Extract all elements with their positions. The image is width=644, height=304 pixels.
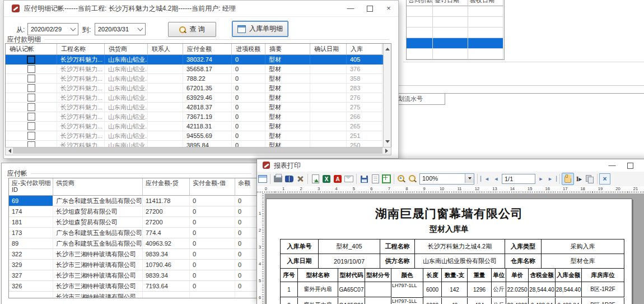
- table-row[interactable]: 322 长沙市三湘特种玻璃有限公司 9839.34 0 0: [9, 249, 284, 260]
- document-icon[interactable]: [370, 174, 380, 184]
- pdf-export-icon[interactable]: A: [333, 174, 343, 184]
- first-page-button[interactable]: ◄: [479, 176, 491, 182]
- contract-table-row[interactable]: [407, 27, 504, 38]
- supplier-cell: 长沙坦森贸易有限公司: [53, 206, 143, 217]
- column-header[interactable]: 入库: [347, 44, 382, 55]
- table-row[interactable]: 327 长沙市三湘特种玻璃有限公司 9839.34 0 0: [9, 270, 284, 281]
- page-number-input[interactable]: 1/1: [502, 174, 535, 184]
- table-row[interactable]: 长沙万科魅力... 山东南山铝业... 35658.17 0 型材 376: [6, 65, 391, 74]
- scroll-down-icon[interactable]: [385, 140, 390, 145]
- column-header[interactable]: 供货商: [53, 178, 143, 196]
- contract-table-row[interactable]: [407, 6, 504, 17]
- column-header[interactable]: 供货商: [105, 44, 148, 55]
- book-icon[interactable]: [284, 174, 294, 184]
- tools-icon[interactable]: [295, 174, 305, 184]
- column-header[interactable]: 进项税额: [232, 44, 265, 55]
- table-row[interactable]: 174 长沙坦森贸易有限公司 27200 0 0: [9, 206, 284, 217]
- contract-table-row[interactable]: [407, 38, 504, 49]
- print-icon[interactable]: [273, 174, 283, 184]
- hand-tool-button[interactable]: [562, 173, 574, 185]
- mail-icon[interactable]: [344, 174, 354, 184]
- table-row[interactable]: 长沙万科魅力... 山东南山铝业... 63929.46 0 型材 276: [6, 93, 391, 103]
- confirm-checkbox[interactable]: [27, 132, 35, 140]
- credit-cell: 27200: [143, 217, 190, 228]
- table-row[interactable]: 326 长沙市三湘特种玻璃有限公司 7193.64 0 0: [9, 281, 284, 292]
- next-page-button[interactable]: ►: [535, 176, 547, 182]
- table-row[interactable]: 181 长沙坦森贸易有限公司 27200 0 0: [9, 217, 284, 228]
- table-row[interactable]: 长沙万科魅力... 山东南山铝业... 38032.74 0 型材 405: [6, 55, 391, 65]
- scroll-up-icon[interactable]: [385, 45, 390, 50]
- confirm-checkbox[interactable]: [27, 75, 35, 82]
- contract-table-row[interactable]: [407, 49, 504, 59]
- grid-export-icon[interactable]: [381, 174, 391, 184]
- column-header[interactable]: 联系人: [148, 44, 183, 55]
- last-page-button[interactable]: ►: [547, 176, 558, 182]
- vertical-scrollbar[interactable]: [383, 44, 391, 147]
- table-row[interactable]: 长沙万科魅力... 山东南山铝业... 42118.31 0 型材 265: [6, 122, 391, 131]
- table-row[interactable]: 长沙万科魅力... 山东南山铝业... 67201.35 0 型材 283: [6, 84, 391, 93]
- table-icon[interactable]: [258, 174, 268, 184]
- text-select-button[interactable]: I▸: [574, 175, 584, 183]
- confirm-checkbox[interactable]: [27, 65, 35, 73]
- close-button[interactable]: ×: [639, 159, 644, 172]
- copy-button[interactable]: [585, 174, 595, 184]
- close-button[interactable]: ×: [379, 1, 398, 16]
- table-row[interactable]: 长沙万科魅力... 山东南山铝业... 788.22 0 型材 358: [6, 74, 391, 84]
- confirm-checkbox[interactable]: [27, 84, 35, 92]
- table-row[interactable]: 长沙万科魅力... 山东南山铝业... 73671.19 0 型材 266: [6, 112, 391, 122]
- table-row[interactable]: 长沙万科魅力... 山东南山铝业... 42818.37 0 型材 275: [6, 103, 391, 112]
- column-header[interactable]: 确认记帐: [6, 44, 57, 55]
- to-date-select[interactable]: 2020/03/31: [95, 23, 146, 35]
- column-header[interactable]: 实付金额-借: [190, 178, 235, 196]
- scroll-right-icon[interactable]: [385, 149, 390, 153]
- confirm-checkbox[interactable]: [27, 122, 35, 130]
- color-cell: LH797-1LL: [391, 298, 423, 304]
- confirm-checkbox[interactable]: [27, 103, 35, 111]
- table-row[interactable]: 329 长沙市三湘特种玻璃有限公司 10790.46 0 0: [9, 260, 284, 270]
- table-row[interactable]: 69 广东合和建筑五金制品有限公司 11411.78 0 0: [9, 196, 284, 206]
- scrollbar-thumb[interactable]: [13, 148, 382, 154]
- zoom-in-icon[interactable]: +: [396, 174, 407, 184]
- column-header[interactable]: 应付金额: [183, 44, 232, 55]
- titlebar[interactable]: 应付明细记帐------当前工程: 长沙万科魅力之城4.2期------当前用户…: [4, 1, 398, 17]
- save-icon[interactable]: [359, 174, 369, 184]
- column-header[interactable]: 应-实付款明细ID: [9, 178, 53, 196]
- maximize-button[interactable]: [621, 159, 639, 172]
- excel-export-icon[interactable]: X: [321, 174, 332, 184]
- column-header[interactable]: 工程名称: [57, 44, 105, 55]
- zoom-out-icon[interactable]: [408, 174, 418, 184]
- confirm-checkbox[interactable]: [27, 113, 35, 121]
- chevron-down-icon[interactable]: [465, 174, 474, 183]
- column-header[interactable]: 确认日期: [310, 44, 347, 55]
- prev-page-button[interactable]: ◄: [491, 176, 502, 182]
- table-body: 长沙万科魅力... 山东南山铝业... 38032.74 0 型材 405 长沙…: [6, 55, 391, 148]
- zoom-select[interactable]: 100%: [419, 173, 474, 185]
- table-row[interactable]: 长沙市三湘特种玻璃有限公司: [9, 292, 284, 298]
- from-date-select[interactable]: 2020/02/29: [27, 23, 78, 35]
- column-header[interactable]: 应付金额-贷: [143, 178, 190, 196]
- column-header[interactable]: 摘要: [265, 44, 310, 55]
- titlebar[interactable]: 报表打印 — ×: [257, 159, 644, 172]
- amount-cell: 42818.37: [183, 103, 232, 112]
- confirm-checkbox[interactable]: [27, 56, 35, 64]
- scroll-left-icon[interactable]: [6, 149, 11, 153]
- unit-cell: 公斤: [492, 298, 506, 304]
- print-preview-area[interactable]: 123456 湖南巨晟门窗幕墙有限公司 型材入库单 入库单号 型材_405 工程…: [257, 194, 644, 304]
- horizontal-scrollbar[interactable]: [5, 147, 391, 155]
- export-icon[interactable]: [310, 174, 320, 184]
- table-row[interactable]: 89 广东合和建筑五金制品有限公司 40963.92 0 0: [9, 238, 284, 249]
- detail-column-header: 型材代码: [338, 269, 365, 282]
- contract-table-row[interactable]: [407, 17, 504, 27]
- close-preview-button[interactable]: ×: [599, 173, 610, 185]
- table-row[interactable]: 173 广东合和建筑五金制品有限公司 774.4 0 0: [9, 228, 284, 238]
- confirm-checkbox[interactable]: [27, 94, 35, 102]
- minimize-button[interactable]: —: [341, 1, 360, 16]
- ruler-number: 10: [433, 186, 450, 192]
- table-row[interactable]: 长沙万科魅力... 山东南山铝业... 94555.69 0 型材 251: [6, 131, 391, 141]
- confirm-date-cell: [310, 131, 347, 141]
- maximize-button[interactable]: [360, 1, 379, 16]
- minimize-button[interactable]: —: [603, 159, 621, 172]
- tax-cell: 0: [232, 93, 265, 103]
- contract-column-header: 合同价款: [407, 0, 433, 6]
- summary-cell: 型材: [265, 65, 310, 74]
